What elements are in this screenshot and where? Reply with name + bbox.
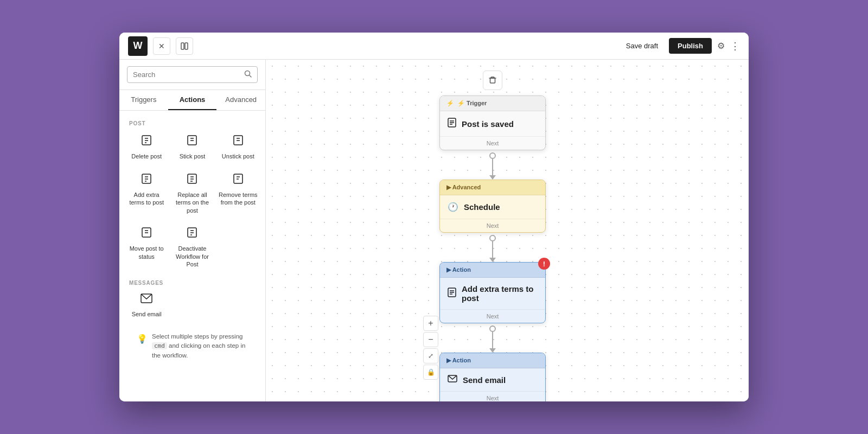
- action-unstick-post-label: Unstick post: [222, 152, 254, 160]
- delete-post-icon: [141, 134, 152, 149]
- zoom-out-button[interactable]: −: [423, 332, 438, 347]
- action-remove-terms-label: Remove terms from the post: [219, 191, 258, 207]
- replace-terms-icon: [187, 173, 197, 188]
- svg-rect-0: [181, 43, 184, 49]
- trigger-header-label: ⚡ Trigger: [457, 100, 487, 107]
- svg-rect-1: [185, 43, 188, 49]
- search-bar: [119, 60, 265, 90]
- advanced-body-icon: 🕐: [448, 202, 458, 212]
- stick-post-icon: [187, 134, 197, 149]
- trigger-node-footer: Next: [440, 136, 545, 150]
- hint-text-before: Select multiple steps by pressing: [152, 333, 242, 340]
- trigger-header-icon: ⚡: [446, 100, 454, 107]
- save-draft-button[interactable]: Save draft: [621, 39, 663, 53]
- trigger-node-body: Post is saved: [440, 111, 545, 136]
- advanced-node-body: 🕐 Schedule: [440, 195, 545, 219]
- advanced-header-label: ▶ Advanced: [446, 184, 481, 191]
- search-input-wrap[interactable]: [127, 66, 258, 83]
- close-icon: ✕: [158, 42, 165, 50]
- action2-body-label: Send email: [463, 375, 506, 385]
- messages-grid: Send email: [125, 288, 260, 322]
- action2-node-footer: Next: [440, 391, 545, 401]
- lock-button[interactable]: 🔒: [423, 365, 438, 380]
- publish-button[interactable]: Publish: [669, 38, 712, 54]
- tab-actions[interactable]: Actions: [168, 90, 217, 110]
- advanced-node[interactable]: ▶ Advanced 🕐 Schedule Next: [439, 180, 546, 233]
- error-badge: !: [538, 258, 550, 270]
- action2-body-icon: [448, 375, 457, 385]
- hint-text: Select multiple steps by pressing cmd an…: [152, 332, 248, 360]
- advanced-body-label: Schedule: [464, 202, 500, 212]
- tabs-row: Triggers Actions Advanced: [119, 90, 265, 111]
- top-bar: W ✕ Save draft Publish ⚙ ⋮: [119, 33, 749, 60]
- tab-triggers[interactable]: Triggers: [119, 90, 168, 110]
- action2-node-body: Send email: [440, 368, 545, 391]
- action-stick-post[interactable]: Stick post: [170, 129, 214, 165]
- post-actions-grid: Delete post Stick post Unstick post: [125, 129, 260, 272]
- action1-body-icon: [448, 288, 456, 299]
- connector-1: [489, 150, 496, 180]
- wp-logo-letter: W: [133, 40, 143, 52]
- action-replace-terms-label: Replace all terms on the post: [173, 191, 212, 214]
- workflow-container: ⚡ ⚡ Trigger Post is saved Next: [439, 71, 546, 401]
- action2-header-label: ▶ Action: [446, 357, 471, 364]
- action1-node-footer: Next: [440, 309, 545, 323]
- settings-icon[interactable]: ⚙: [717, 41, 725, 51]
- action-delete-post[interactable]: Delete post: [125, 129, 168, 165]
- layout-button[interactable]: [176, 37, 193, 55]
- wp-logo[interactable]: W: [128, 36, 148, 56]
- action2-node[interactable]: ▶ Action Send email Next: [439, 353, 546, 401]
- sidebar: Triggers Actions Advanced POST Delete po…: [119, 60, 266, 401]
- action-delete-post-label: Delete post: [131, 152, 162, 160]
- advanced-node-footer: Next: [440, 219, 545, 232]
- main-content: Triggers Actions Advanced POST Delete po…: [119, 60, 749, 401]
- zoom-in-button[interactable]: +: [423, 316, 438, 331]
- action-remove-terms[interactable]: Remove terms from the post: [216, 167, 260, 219]
- move-post-icon: [141, 226, 152, 241]
- trigger-body-icon: [448, 118, 456, 130]
- search-input[interactable]: [133, 71, 240, 79]
- tab-advanced[interactable]: Advanced: [216, 90, 265, 110]
- trigger-node-header: ⚡ ⚡ Trigger: [440, 96, 545, 111]
- action-move-post[interactable]: Move post to status: [125, 221, 168, 272]
- messages-section-label: MESSAGES: [125, 277, 260, 288]
- trigger-body-label: Post is saved: [462, 119, 514, 129]
- app-window: W ✕ Save draft Publish ⚙ ⋮: [119, 33, 749, 401]
- action1-body-label: Add extra terms to post: [462, 284, 538, 303]
- action-send-email-label: Send email: [132, 310, 162, 318]
- deactivate-workflow-icon: [187, 226, 197, 241]
- fit-button[interactable]: ⤢: [423, 348, 438, 363]
- canvas-area: ⚡ ⚡ Trigger Post is saved Next: [266, 60, 749, 401]
- action1-node-wrap: ▶ Action Add extra terms to post Next !: [439, 262, 546, 323]
- svg-rect-33: [490, 78, 495, 83]
- trigger-node[interactable]: ⚡ ⚡ Trigger Post is saved Next: [439, 95, 546, 150]
- remove-terms-icon: [233, 173, 244, 188]
- advanced-node-header: ▶ Advanced: [440, 180, 545, 195]
- hint-cmd-code: cmd: [152, 342, 167, 349]
- action-deactivate-workflow-label: Deactivate Workflow for Post: [173, 245, 212, 268]
- action-stick-post-label: Stick post: [180, 152, 206, 160]
- send-email-icon: [141, 293, 152, 307]
- add-extra-terms-icon: [141, 173, 152, 188]
- action-unstick-post[interactable]: Unstick post: [216, 129, 260, 165]
- sidebar-scroll: POST Delete post Stick post: [119, 111, 265, 401]
- action-replace-terms[interactable]: Replace all terms on the post: [170, 167, 214, 219]
- action1-node[interactable]: ▶ Action Add extra terms to post Next: [439, 262, 546, 323]
- trash-icon: [489, 76, 496, 84]
- svg-line-3: [250, 75, 252, 78]
- post-section-label: POST: [125, 117, 260, 129]
- unstick-post-icon: [233, 134, 244, 149]
- action-deactivate-workflow[interactable]: Deactivate Workflow for Post: [170, 221, 214, 272]
- action1-header-label: ▶ Action: [446, 266, 471, 273]
- canvas-controls: + − ⤢ 🔒: [423, 316, 438, 380]
- action-send-email[interactable]: Send email: [125, 288, 168, 322]
- connector-3: [489, 323, 496, 353]
- action-move-post-label: Move post to status: [127, 245, 166, 260]
- more-options-icon[interactable]: ⋮: [730, 40, 740, 52]
- action-add-extra-terms[interactable]: Add extra terms to post: [125, 167, 168, 219]
- close-button[interactable]: ✕: [153, 37, 170, 55]
- delete-node-button[interactable]: [483, 71, 502, 90]
- action1-node-header: ▶ Action: [440, 263, 545, 278]
- action2-node-header: ▶ Action: [440, 353, 545, 368]
- top-bar-right: Save draft Publish ⚙ ⋮: [621, 38, 740, 54]
